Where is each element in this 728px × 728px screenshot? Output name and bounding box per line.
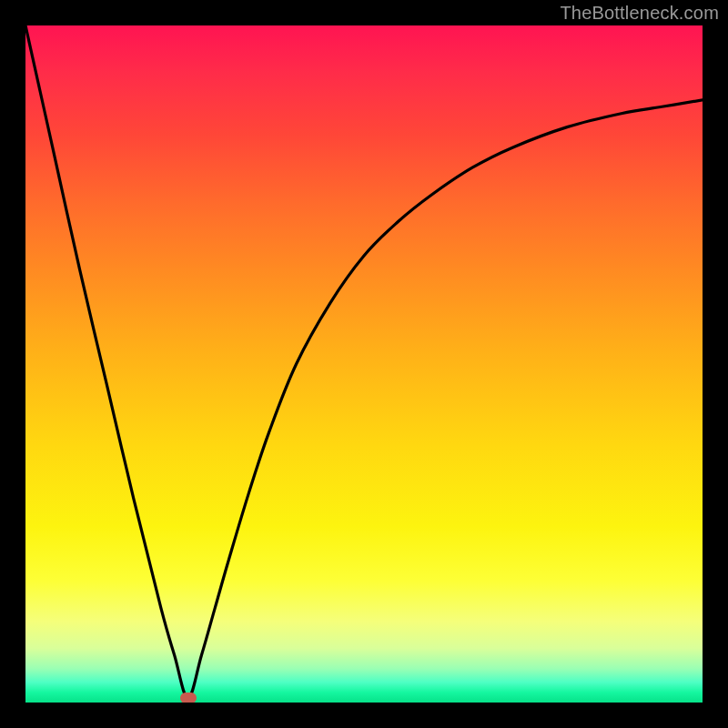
chart-frame: TheBottleneck.com (0, 0, 728, 728)
plot-area (25, 25, 703, 703)
minimum-marker (180, 693, 197, 703)
bottleneck-curve (25, 25, 703, 698)
watermark-text: TheBottleneck.com (560, 3, 719, 24)
curve-svg (25, 25, 703, 703)
